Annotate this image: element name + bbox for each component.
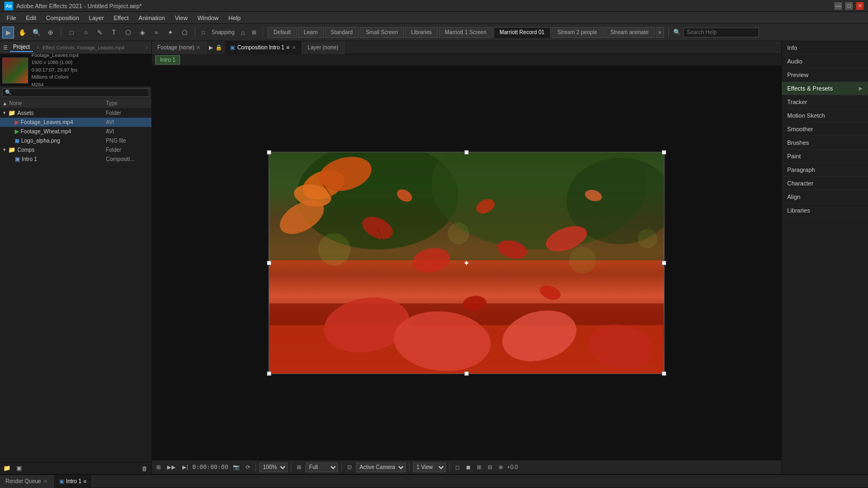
viewer-btn-box1[interactable]: ◻ (453, 464, 462, 471)
viewer-btn-snap[interactable]: ⊞ (154, 464, 163, 471)
window-controls[interactable]: — □ ✕ (834, 2, 864, 10)
tool-clone[interactable]: ◈ (136, 27, 148, 38)
ws-tab-default[interactable]: Default (267, 27, 297, 38)
ws-tab-stream-animate[interactable]: Stream animate (604, 27, 655, 38)
maximize-button[interactable]: □ (845, 2, 853, 10)
tool-hand[interactable]: ✋ (16, 27, 28, 38)
zoom-select[interactable]: 100% 50% 200% (259, 463, 288, 472)
rpanel-character[interactable]: Character (782, 177, 868, 190)
view-count-select[interactable]: 1 View 2 Views 4 Views (413, 463, 446, 472)
viewer-btn-box3[interactable]: ⊞ (475, 464, 483, 471)
ws-tab-stream2[interactable]: Stream 2 people (552, 27, 603, 38)
viewer-btn-step[interactable]: ▶| (180, 464, 190, 471)
new-folder-button[interactable]: 📁 (2, 464, 12, 473)
handle-tr[interactable] (662, 150, 666, 155)
handle-bl[interactable] (267, 371, 271, 376)
list-item[interactable]: ▼ 📁 Assets Folder (0, 108, 151, 118)
viewer-btn-grid[interactable]: ⊞ (295, 464, 303, 471)
camera-select[interactable]: Active Camera (356, 463, 406, 472)
new-comp-button[interactable]: ▣ (14, 464, 24, 473)
rpanel-preview[interactable]: Preview (782, 68, 868, 82)
intro1-subtab[interactable]: Intro 1 (155, 55, 180, 65)
viewer-btn-box4[interactable]: ⊟ (486, 464, 494, 471)
menu-composition[interactable]: Composition (42, 14, 84, 22)
rpanel-tracker[interactable]: Tracker (782, 95, 868, 109)
tool-brush[interactable]: ⬡ (122, 27, 134, 38)
tool-zoom[interactable]: 🔍 (30, 27, 42, 38)
rpanel-paint[interactable]: Paint (782, 150, 868, 163)
handle-bm[interactable] (464, 371, 469, 376)
menu-edit[interactable]: Edit (22, 14, 41, 22)
viewer-btn-plus[interactable]: ⊕ (496, 464, 505, 471)
handle-rm[interactable] (662, 261, 666, 265)
tool-puppet[interactable]: ⬠ (178, 27, 190, 38)
rpanel-motion-sketch[interactable]: Motion Sketch (782, 109, 868, 123)
tool-select[interactable]: ▶ (2, 27, 14, 38)
tool-rect-mask[interactable]: □ (66, 27, 78, 38)
menu-animation[interactable]: Animation (134, 14, 169, 22)
rpanel-audio[interactable]: Audio (782, 55, 868, 68)
ws-tab-small-screen[interactable]: Small Screen (360, 27, 404, 38)
ws-tab-libraries[interactable]: Libraries (405, 27, 438, 38)
comp-tab-close[interactable]: ✕ (292, 45, 296, 50)
list-item[interactable]: ▶ Footage_Leaves.mp4 AVI (0, 118, 151, 127)
render-queue-tab[interactable]: Render Queue ✕ (0, 475, 54, 488)
handle-br[interactable] (662, 371, 666, 376)
search-input[interactable] (683, 28, 759, 37)
quality-select[interactable]: Full Half Quarter (305, 463, 338, 472)
delete-button[interactable]: 🗑 (139, 464, 149, 473)
list-item[interactable]: ◼ Logo_alpha.png PNG file (0, 136, 151, 145)
list-item[interactable]: ▶ Footage_Wheat.mp4 AVI (0, 127, 151, 136)
ws-tab-marriott1[interactable]: Marriott 1 Screen (439, 27, 493, 38)
rpanel-paragraph[interactable]: Paragraph (782, 163, 868, 177)
project-tab[interactable]: Project (10, 43, 33, 52)
rpanel-effects-presets[interactable]: Effects & Presets ▶ (782, 82, 868, 95)
list-item[interactable]: ▣ Intro 1 Compositi... (0, 155, 151, 164)
handle-tm[interactable] (464, 150, 469, 155)
viewer-btn-box2[interactable]: ◼ (464, 464, 473, 471)
menu-effect[interactable]: Effect (109, 14, 133, 22)
tool-ellipse-mask[interactable]: ○ (80, 27, 92, 38)
rpanel-info[interactable]: Info (782, 41, 868, 55)
composition-tab[interactable]: ▣ Composition Intro 1 ≡ ✕ (225, 41, 302, 54)
ws-tab-marriott-record[interactable]: Marriott Record 01 (494, 27, 551, 38)
footage-tab-close[interactable]: ✕ (196, 45, 201, 50)
handle-tl[interactable] (267, 150, 271, 155)
render-queue-close[interactable]: ✕ (43, 479, 48, 484)
list-item[interactable]: ▼ 📁 Comps Folder (0, 145, 151, 155)
handle-lm[interactable] (267, 261, 271, 265)
rpanel-align[interactable]: Align (782, 190, 868, 204)
viewer-toolbar: ⊞ ▶▶ ▶| 0:00:00:00 📷 ⟳ 100% 50% 200% ⊞ F… (152, 460, 781, 474)
tool-roto-brush[interactable]: ✦ (164, 27, 176, 38)
viewer-btn-refresh[interactable]: ⟳ (244, 464, 252, 471)
close-button[interactable]: ✕ (856, 2, 864, 10)
tool-eraser[interactable]: ≈ (150, 27, 162, 38)
menu-layer[interactable]: Layer (85, 14, 108, 22)
panel-menu-icon[interactable]: » (145, 45, 148, 50)
menu-file[interactable]: File (2, 14, 21, 22)
svg-line-28 (378, 228, 383, 241)
footage-tab[interactable]: Footage (none) ✕ (152, 41, 207, 54)
viewer-btn-screen[interactable]: ⊡ (345, 464, 354, 471)
tool-pen[interactable]: ✎ (94, 27, 106, 38)
rpanel-smoother[interactable]: Smoother (782, 123, 868, 136)
menu-window[interactable]: Window (193, 14, 223, 22)
svg-point-6 (318, 233, 350, 266)
snapping-label: □ (200, 29, 207, 35)
intro1-timeline-tab[interactable]: ▣ Intro 1 ≡ (54, 475, 93, 488)
ws-tab-learn[interactable]: Learn (298, 27, 324, 38)
layer-tab[interactable]: Layer (none) (302, 41, 344, 54)
tool-camera-orbit[interactable]: ⊕ (44, 27, 56, 38)
item-assets-name: Assets (17, 110, 92, 116)
tool-text[interactable]: T (108, 27, 120, 38)
menu-view[interactable]: View (170, 14, 192, 22)
viewer-btn-cam[interactable]: 📷 (231, 464, 241, 471)
ws-tab-more[interactable]: » (656, 27, 665, 38)
viewer-btn-play[interactable]: ▶▶ (165, 464, 178, 471)
rpanel-libraries[interactable]: Libraries (782, 204, 868, 217)
menu-help[interactable]: Help (224, 14, 245, 22)
project-search-input[interactable] (2, 88, 149, 97)
ws-tab-standard[interactable]: Standard (325, 27, 359, 38)
minimize-button[interactable]: — (834, 2, 842, 10)
rpanel-brushes[interactable]: Brushes (782, 136, 868, 150)
